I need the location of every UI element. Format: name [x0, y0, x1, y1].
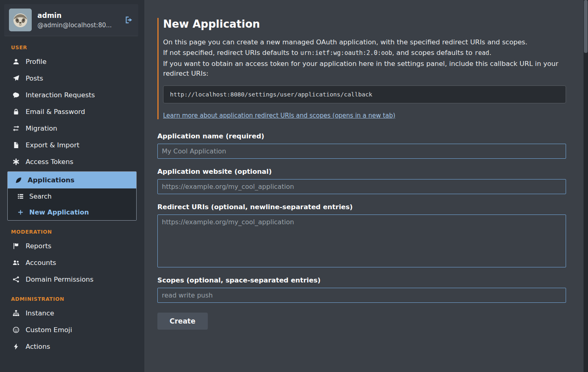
sidebar-item-custom-emoji[interactable]: Custom Emoji — [0, 322, 144, 338]
sidebar-item-label: Applications — [28, 176, 74, 184]
new-application-form: Application name (required) Application … — [157, 132, 566, 330]
form-field-scopes: Scopes (optional, space-separated entrie… — [157, 276, 566, 303]
section-label-administration: ADMINISTRATION — [11, 296, 144, 302]
smiley-icon — [12, 326, 20, 334]
flag-icon — [12, 243, 20, 250]
section-label-moderation: MODERATION — [11, 229, 144, 235]
sidebar-item-search[interactable]: Search — [8, 188, 136, 204]
users-icon — [12, 259, 20, 267]
intro-line-3: If you want to obtain an access token fo… — [163, 59, 566, 79]
document-icon — [12, 142, 20, 149]
sidebar-nav-administration: Instance Custom Emoji Actions — [0, 305, 144, 355]
lock-icon — [12, 108, 20, 116]
section-label-user: USER — [11, 44, 144, 50]
sidebar-item-label: Migration — [26, 125, 57, 132]
scopes-label: Scopes (optional, space-separated entrie… — [157, 276, 566, 284]
sidebar-item-posts[interactable]: Posts — [0, 70, 144, 87]
sidebar-item-actions[interactable]: Actions — [0, 338, 144, 355]
exchange-arrows-icon — [12, 125, 20, 132]
feather-icon — [14, 177, 22, 184]
applications-submenu: Search New Application — [8, 188, 136, 220]
asterisk-icon — [12, 158, 20, 166]
intro-line-2-text: . — [489, 49, 491, 57]
scopes-input[interactable] — [157, 288, 566, 303]
sidebar-item-domain-permissions[interactable]: Domain Permissions — [0, 271, 144, 288]
user-card[interactable]: admin @admin@localhost:80... — [4, 4, 138, 36]
sidebar-item-label: Profile — [26, 58, 46, 66]
redirect-uris-textarea[interactable] — [157, 214, 566, 267]
avatar — [9, 9, 32, 31]
application-name-input[interactable] — [157, 144, 566, 159]
plus-icon — [17, 209, 24, 216]
form-field-name: Application name (required) — [157, 132, 566, 159]
settings-app: admin @admin@localhost:80... USER Profil… — [0, 0, 588, 372]
main-content: New Application On this page you can cre… — [144, 0, 584, 372]
applications-group: Applications Search New Application — [7, 171, 137, 221]
inline-code-oob: urn:ietf:wg:oauth:2.0:oob — [301, 49, 392, 57]
sidebar-item-label: Access Tokens — [26, 158, 73, 166]
sidebar-item-label: New Application — [29, 208, 89, 216]
sidebar-item-label: Reports — [26, 242, 51, 250]
list-icon — [17, 193, 24, 200]
sidebar-item-label: Interaction Requests — [26, 91, 95, 99]
form-field-website: Application website (optional) — [157, 168, 566, 194]
sidebar-item-access-tokens[interactable]: Access Tokens — [0, 153, 144, 170]
sidebar-item-label: Search — [29, 193, 52, 200]
sidebar-item-label: Instance — [26, 309, 54, 317]
application-website-label: Application website (optional) — [157, 168, 566, 175]
sidebar-item-new-application[interactable]: New Application — [8, 204, 136, 220]
scrollbar-track[interactable] — [584, 0, 588, 372]
sidebar-item-email-password[interactable]: Email & Password — [0, 103, 144, 120]
page-title: New Application — [163, 18, 566, 30]
application-name-label: Application name (required) — [157, 132, 566, 140]
share-nodes-icon — [12, 276, 20, 283]
sidebar-item-label: Actions — [26, 343, 50, 350]
sidebar-item-instance[interactable]: Instance — [0, 305, 144, 322]
learn-more-link[interactable]: Learn more about application redirect UR… — [163, 112, 395, 119]
intro-line-2: If not specified, redirect URIs defaults… — [163, 48, 566, 58]
sidebar-item-interaction-requests[interactable]: Interaction Requests — [0, 87, 144, 103]
sidebar-item-reports[interactable]: Reports — [0, 238, 144, 254]
intro-line-1: On this page you can create a new manage… — [163, 37, 566, 47]
paper-plane-icon — [12, 75, 20, 82]
sidebar-item-applications[interactable]: Applications — [8, 172, 136, 188]
page-header: New Application On this page you can cre… — [157, 18, 566, 119]
sidebar-item-migration[interactable]: Migration — [0, 120, 144, 137]
sidebar-item-label: Posts — [26, 74, 43, 82]
sidebar-item-export-import[interactable]: Export & Import — [0, 137, 144, 153]
sidebar-item-accounts[interactable]: Accounts — [0, 254, 144, 271]
user-handle: @admin@localhost:80... — [37, 22, 117, 29]
sidebar-item-label: Export & Import — [26, 141, 79, 149]
sidebar-item-label: Custom Emoji — [26, 326, 72, 334]
bolt-icon — [12, 343, 20, 350]
inline-code-read: read — [475, 49, 489, 57]
scrollbar-thumb[interactable] — [584, 0, 588, 53]
sitemap-icon — [12, 310, 20, 317]
sidebar-item-label: Domain Permissions — [26, 276, 94, 283]
callback-url-code-block: http://localhost:8080/settings/user/appl… — [163, 85, 566, 103]
sign-out-icon[interactable] — [124, 15, 133, 24]
user-meta: admin @admin@localhost:80... — [37, 11, 117, 29]
sidebar-nav-user: Profile Posts Interaction Requests Email… — [0, 53, 144, 170]
sidebar-item-label: Email & Password — [26, 108, 85, 116]
create-button[interactable]: Create — [157, 313, 208, 330]
sidebar-item-profile[interactable]: Profile — [0, 53, 144, 70]
user-name: admin — [37, 11, 117, 20]
form-field-redirect-uris: Redirect URIs (optional, newline-separat… — [157, 203, 566, 267]
sidebar: admin @admin@localhost:80... USER Profil… — [0, 0, 144, 372]
intro-line-2-text: , and scopes defaults to — [392, 49, 475, 57]
redirect-uris-label: Redirect URIs (optional, newline-separat… — [157, 203, 566, 211]
intro-line-2-text: If not specified, redirect URIs defaults… — [163, 49, 301, 57]
comment-icon — [12, 92, 20, 99]
application-website-input[interactable] — [157, 179, 566, 194]
user-icon — [12, 58, 20, 66]
sidebar-nav-moderation: Reports Accounts Domain Permissions — [0, 238, 144, 288]
sidebar-item-label: Accounts — [26, 259, 56, 267]
